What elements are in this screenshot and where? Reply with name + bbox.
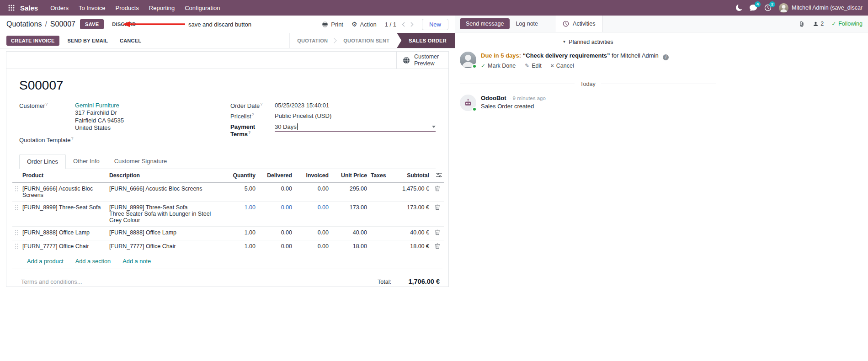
product-column-header[interactable]: Product bbox=[21, 169, 107, 183]
order-line-row[interactable]: [FURN_6666] Acoustic Bloc Screens [FURN_… bbox=[12, 182, 444, 201]
delete-row-icon[interactable] bbox=[431, 182, 444, 201]
customer-value-link[interactable]: Gemini Furniture bbox=[75, 102, 119, 109]
order-title[interactable]: S00007 bbox=[19, 78, 436, 93]
subtotal-column-header[interactable]: Subtotal bbox=[390, 169, 431, 183]
stage-quotation-sent[interactable]: QUOTATION SENT bbox=[336, 33, 397, 48]
action-button[interactable]: ⚙ Action bbox=[351, 21, 377, 28]
menu-reporting[interactable]: Reporting bbox=[144, 0, 180, 16]
unit-price-cell[interactable]: 295.00 bbox=[330, 182, 369, 201]
unit-price-cell[interactable]: 173.00 bbox=[330, 201, 369, 226]
delivered-cell[interactable]: 0.00 bbox=[257, 182, 294, 201]
invoiced-cell[interactable]: 0.00 bbox=[294, 201, 330, 226]
drag-handle-icon[interactable] bbox=[12, 240, 21, 254]
menu-products[interactable]: Products bbox=[110, 0, 144, 16]
invoiced-column-header[interactable]: Invoiced bbox=[294, 169, 330, 183]
dropdown-caret-icon[interactable] bbox=[432, 126, 436, 128]
apps-grid-icon[interactable] bbox=[5, 2, 17, 14]
quantity-column-header[interactable]: Quantity bbox=[223, 169, 257, 183]
dark-mode-moon-icon[interactable] bbox=[736, 5, 742, 11]
add-section-link[interactable]: Add a section bbox=[75, 258, 111, 265]
unit-price-column-header[interactable]: Unit Price bbox=[330, 169, 369, 183]
activities-clock-icon[interactable]: 2 bbox=[764, 4, 772, 11]
drag-handle-icon[interactable] bbox=[12, 182, 21, 201]
message-header: OdooBot - 9 minutes ago bbox=[481, 95, 546, 101]
unit-price-cell[interactable]: 18.00 bbox=[330, 240, 369, 254]
order-line-row[interactable]: [FURN_8888] Office Lamp [FURN_8888] Offi… bbox=[12, 226, 444, 240]
delivered-cell[interactable]: 0.00 bbox=[257, 201, 294, 226]
edit-activity-button[interactable]: ✎ Edit bbox=[525, 63, 542, 69]
drag-handle-icon[interactable] bbox=[12, 201, 21, 226]
mark-done-button[interactable]: ✓ Mark Done bbox=[481, 63, 516, 69]
drag-handle-icon[interactable] bbox=[12, 226, 21, 240]
delivered-column-header[interactable]: Delivered bbox=[257, 169, 294, 183]
user-menu[interactable]: Mitchell Admin (save_discar bbox=[779, 3, 863, 13]
invoiced-cell[interactable]: 0.00 bbox=[294, 182, 330, 201]
pager-previous-icon[interactable] bbox=[402, 22, 405, 27]
taxes-cell[interactable] bbox=[369, 201, 390, 226]
taxes-cell[interactable] bbox=[369, 182, 390, 201]
add-product-link[interactable]: Add a product bbox=[27, 258, 64, 265]
info-icon[interactable]: i bbox=[663, 54, 669, 60]
description-column-header[interactable]: Description bbox=[107, 169, 223, 183]
print-button[interactable]: Print bbox=[322, 21, 343, 28]
invoiced-cell[interactable]: 0.00 bbox=[294, 226, 330, 240]
stage-sales-order[interactable]: SALES ORDER bbox=[397, 33, 455, 48]
delete-row-icon[interactable] bbox=[431, 226, 444, 240]
product-cell[interactable]: [FURN_8888] Office Lamp bbox=[21, 226, 107, 240]
menu-configuration[interactable]: Configuration bbox=[180, 0, 225, 16]
quantity-cell[interactable]: 1.00 bbox=[223, 226, 257, 240]
description-cell[interactable]: [FURN_8888] Office Lamp bbox=[107, 226, 223, 240]
unit-price-cell[interactable]: 40.00 bbox=[330, 226, 369, 240]
delivered-cell[interactable]: 0.00 bbox=[257, 226, 294, 240]
quantity-cell[interactable]: 1.00 bbox=[223, 240, 257, 254]
quantity-cell[interactable]: 5.00 bbox=[223, 182, 257, 201]
save-button[interactable]: SAVE bbox=[80, 19, 104, 29]
menu-orders[interactable]: Orders bbox=[45, 0, 74, 16]
pager-next-icon[interactable] bbox=[410, 22, 414, 27]
product-cell[interactable]: [FURN_6666] Acoustic Bloc Screens bbox=[21, 182, 107, 201]
tab-order-lines[interactable]: Order Lines bbox=[19, 154, 66, 169]
cancel-activity-button[interactable]: × Cancel bbox=[551, 63, 574, 69]
send-message-button[interactable]: Send message bbox=[460, 18, 510, 29]
cancel-button[interactable]: CANCEL bbox=[116, 36, 145, 46]
optional-columns-icon[interactable] bbox=[431, 169, 444, 183]
order-line-row[interactable]: [FURN_8999] Three-Seat Sofa [FURN_8999] … bbox=[12, 201, 444, 226]
product-cell[interactable]: [FURN_7777] Office Chair bbox=[21, 240, 107, 254]
payment-terms-input[interactable]: 30 Days bbox=[275, 123, 436, 132]
pricelist-value[interactable]: Public Pricelist (USD) bbox=[275, 112, 331, 119]
log-note-button[interactable]: Log note bbox=[510, 18, 544, 29]
send-by-email-button[interactable]: SEND BY EMAIL bbox=[64, 36, 112, 46]
app-brand[interactable]: Sales bbox=[20, 4, 38, 12]
new-button[interactable]: New bbox=[422, 19, 448, 30]
product-cell[interactable]: [FURN_8999] Three-Seat Sofa bbox=[21, 201, 107, 226]
description-cell[interactable]: [FURN_8999] Three-Seat Sofa Three Seater… bbox=[107, 201, 223, 226]
description-cell[interactable]: [FURN_6666] Acoustic Bloc Screens bbox=[107, 182, 223, 201]
order-date-value[interactable]: 05/25/2023 15:40:01 bbox=[275, 102, 329, 109]
stage-quotation[interactable]: QUOTATION bbox=[290, 33, 335, 48]
attachment-paperclip-icon[interactable] bbox=[799, 21, 805, 27]
quantity-cell[interactable]: 1.00 bbox=[223, 201, 257, 226]
description-cell[interactable]: [FURN_7777] Office Chair bbox=[107, 240, 223, 254]
breadcrumb-quotations-link[interactable]: Quotations bbox=[6, 20, 42, 28]
taxes-cell[interactable] bbox=[369, 226, 390, 240]
delivered-cell[interactable]: 0.00 bbox=[257, 240, 294, 254]
invoiced-cell[interactable]: 0.00 bbox=[294, 240, 330, 254]
create-invoice-button[interactable]: CREATE INVOICE bbox=[6, 36, 59, 46]
messages-icon[interactable]: 4 bbox=[750, 4, 757, 11]
activities-tab[interactable]: Activities bbox=[555, 16, 603, 32]
terms-placeholder[interactable]: Terms and conditions... bbox=[21, 269, 82, 285]
following-button[interactable]: ✓ Following bbox=[831, 21, 863, 27]
followers-button[interactable]: 2 bbox=[813, 21, 824, 27]
order-line-row[interactable]: [FURN_7777] Office Chair [FURN_7777] Off… bbox=[12, 240, 444, 254]
delete-row-icon[interactable] bbox=[431, 240, 444, 254]
tab-customer-signature[interactable]: Customer Signature bbox=[107, 154, 175, 169]
message-author[interactable]: OdooBot bbox=[481, 95, 506, 101]
add-note-link[interactable]: Add a note bbox=[122, 258, 151, 265]
planned-activities-header[interactable]: ▼Planned activities bbox=[460, 39, 716, 45]
taxes-cell[interactable] bbox=[369, 240, 390, 254]
taxes-column-header[interactable]: Taxes bbox=[369, 169, 390, 183]
tab-other-info[interactable]: Other Info bbox=[66, 154, 107, 169]
customer-preview-button[interactable]: Customer Preview bbox=[396, 52, 448, 69]
menu-to-invoice[interactable]: To Invoice bbox=[74, 0, 111, 16]
delete-row-icon[interactable] bbox=[431, 201, 444, 226]
